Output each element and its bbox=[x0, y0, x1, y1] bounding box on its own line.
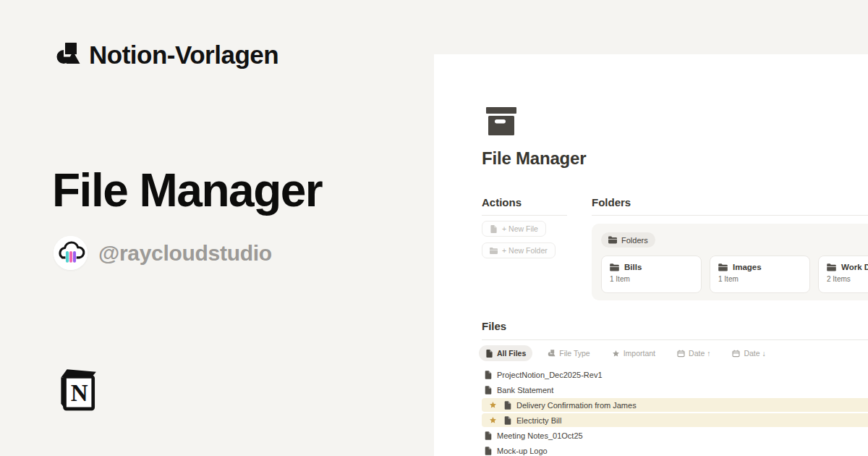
brand-name: Notion-Vorlagen bbox=[89, 41, 278, 69]
files-heading: Files bbox=[482, 320, 506, 332]
folder-icon bbox=[718, 263, 728, 271]
shapes-icon bbox=[548, 350, 556, 358]
brand: Notion-Vorlagen bbox=[55, 41, 278, 69]
folder-card-work-docs[interactable]: Work Docs 2 Items bbox=[818, 256, 868, 293]
star-icon bbox=[489, 401, 497, 409]
files-filter-bar: All Files File Type Important Date ↑ Dat… bbox=[479, 345, 868, 361]
folders-divider bbox=[592, 215, 868, 216]
folder-icon bbox=[610, 263, 619, 271]
star-icon bbox=[489, 416, 497, 424]
calendar-icon bbox=[677, 350, 685, 358]
file-row-electricty-bill[interactable]: Electricty Bill bbox=[482, 413, 868, 427]
file-row-meeting-notes-01oct25[interactable]: Meeting Notes_01Oct25 bbox=[482, 428, 868, 442]
file-icon bbox=[485, 447, 492, 455]
folder-card-images[interactable]: Images 1 Item bbox=[710, 256, 810, 293]
folder-item-count: 1 Item bbox=[610, 275, 693, 283]
file-row-delivery-confirmation-from-james[interactable]: Delivery Confirmation from James bbox=[482, 398, 868, 412]
folder-card-bills[interactable]: Bills 1 Item bbox=[601, 256, 702, 293]
file-icon bbox=[504, 416, 511, 425]
action-button-new-file[interactable]: + New File bbox=[482, 221, 546, 237]
rainbow-cloud-icon bbox=[54, 236, 88, 270]
shapes-logo-icon bbox=[55, 42, 81, 68]
folders-view-tab[interactable]: Folders bbox=[601, 232, 655, 248]
folder-item-count: 1 Item bbox=[718, 275, 801, 283]
action-button-new-folder[interactable]: + New Folder bbox=[482, 242, 556, 258]
filter-important[interactable]: Important bbox=[605, 345, 662, 361]
calendar-icon bbox=[732, 350, 740, 358]
file-icon bbox=[485, 371, 492, 379]
folders-gallery: Folders Bills 1 Item Images 1 It bbox=[592, 224, 868, 300]
file-icon bbox=[490, 225, 498, 233]
file-icon bbox=[485, 350, 493, 358]
social-card: Notion-Vorlagen File Manager @raycloudst… bbox=[0, 0, 868, 456]
filter-file-type[interactable]: File Type bbox=[541, 345, 596, 361]
actions-heading: Actions bbox=[482, 196, 522, 208]
filter-all-files[interactable]: All Files bbox=[479, 345, 532, 361]
file-list: ProjectNotion_Dec2025-Rev1 Bank Statemen… bbox=[482, 368, 868, 456]
folder-icon bbox=[608, 236, 617, 244]
author: @raycloudstudio bbox=[54, 236, 272, 270]
folder-cards-row: Bills 1 Item Images 1 Item Work Docs bbox=[601, 256, 868, 293]
author-handle: @raycloudstudio bbox=[98, 241, 272, 266]
filter-date[interactable]: Date ↓ bbox=[726, 345, 772, 361]
folders-heading: Folders bbox=[592, 196, 631, 208]
page-title: File Manager bbox=[482, 148, 586, 169]
folder-icon bbox=[490, 247, 498, 255]
archive-box-icon bbox=[486, 105, 516, 136]
file-icon bbox=[485, 431, 492, 440]
template-title: File Manager bbox=[52, 164, 322, 217]
notion-page-preview: File Manager Actions + New File + New Fo… bbox=[434, 54, 868, 456]
notion-cube-icon: N bbox=[52, 364, 100, 413]
folder-item-count: 2 Items bbox=[827, 275, 868, 283]
file-row-projectnotion-dec2025-rev1[interactable]: ProjectNotion_Dec2025-Rev1 bbox=[482, 368, 868, 381]
file-row-bank-statement[interactable]: Bank Statement bbox=[482, 383, 868, 397]
svg-text:N: N bbox=[71, 380, 88, 406]
files-divider bbox=[482, 339, 868, 340]
star-icon bbox=[612, 350, 620, 358]
file-icon bbox=[485, 386, 492, 394]
actions-divider bbox=[482, 215, 567, 216]
filter-date[interactable]: Date ↑ bbox=[671, 345, 717, 361]
file-row-mock-up-logo[interactable]: Mock-up Logo bbox=[482, 444, 868, 456]
actions-buttons: + New File + New Folder bbox=[482, 221, 556, 258]
file-icon bbox=[504, 401, 511, 410]
folder-icon bbox=[827, 263, 836, 271]
